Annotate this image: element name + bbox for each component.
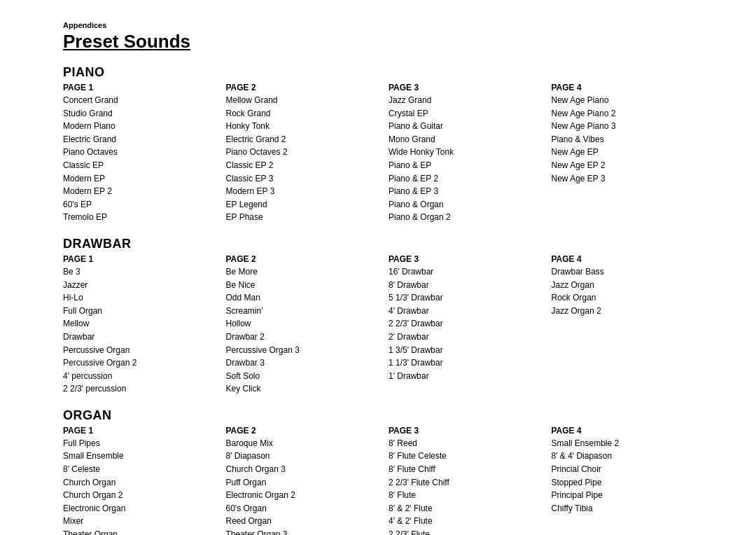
list-item: 60's Organ <box>226 502 382 515</box>
list-item: 5 1/3' Drawbar <box>388 291 545 305</box>
col-header-piano-2: PAGE 2 <box>226 83 382 92</box>
list-item: Be 3 <box>63 265 219 279</box>
list-item: Tremolo EP <box>63 211 219 224</box>
list-item: 2' Drawbar <box>388 331 545 344</box>
column-piano-4: PAGE 4New Age PianoNew Age Piano 2New Ag… <box>552 83 715 224</box>
column-organ-2: PAGE 2Baroque Mix8' DiapasonChurch Organ… <box>226 426 389 535</box>
list-item: Jazz Organ 2 <box>552 305 708 318</box>
list-item: 2 2/3' percussion <box>63 382 219 396</box>
col-header-drawbar-2: PAGE 2 <box>226 254 382 264</box>
list-item: Be More <box>226 265 382 279</box>
col-header-piano-3: PAGE 3 <box>388 83 545 92</box>
list-item: Electric Grand <box>63 133 219 146</box>
columns-piano: PAGE 1Concert GrandStudio GrandModern Pi… <box>63 83 714 224</box>
list-item: 8' Flute <box>388 489 545 502</box>
list-item: 8' & 4' Diapason <box>552 450 708 463</box>
list-item: Stopped Pipe <box>552 476 708 489</box>
col-header-organ-3: PAGE 3 <box>388 426 545 436</box>
list-item: Mellow <box>63 317 219 331</box>
list-item: Drawbar <box>63 331 219 344</box>
list-item: Small Ensemble <box>63 450 219 463</box>
list-item: EP Phase <box>226 211 382 224</box>
list-item: Rock Grand <box>226 107 382 120</box>
list-item: 8' Drawbar <box>388 279 545 292</box>
list-item: Classic EP <box>63 159 219 172</box>
col-header-piano-4: PAGE 4 <box>552 83 708 92</box>
list-item: Percussive Organ 2 <box>63 356 219 370</box>
columns-drawbar: PAGE 1Be 3JazzerHi-LoFull OrganMellowDra… <box>63 254 714 396</box>
breadcrumb: Appendices <box>63 21 714 29</box>
list-item: 4' percussion <box>63 370 219 383</box>
list-item: 16' Drawbar <box>388 265 545 279</box>
list-item: Classic EP 2 <box>226 159 382 172</box>
list-item: Theater Organ 3 <box>226 528 382 535</box>
list-item: 2 2/3' Drawbar <box>388 317 545 331</box>
list-item: Honky Tonk <box>226 120 382 133</box>
list-item: Piano & EP 2 <box>388 172 545 186</box>
list-item: 8' Flute Chiff <box>388 463 545 476</box>
list-item: Chiffy Tibia <box>552 502 708 515</box>
col-header-drawbar-4: PAGE 4 <box>552 254 708 264</box>
list-item: New Age EP 3 <box>552 172 708 186</box>
list-item: Rock Organ <box>552 291 708 305</box>
list-item: Baroque Mix <box>226 437 382 450</box>
list-item: 8' & 2' Flute <box>388 502 545 515</box>
list-item: 2 2/3' Flute <box>388 528 545 535</box>
list-item: EP Legend <box>226 198 382 211</box>
section-organ: ORGANPAGE 1Full PipesSmall Ensemble8' Ce… <box>63 408 714 535</box>
list-item: Jazz Organ <box>552 279 708 292</box>
column-piano-1: PAGE 1Concert GrandStudio GrandModern Pi… <box>63 83 226 224</box>
list-item: Electronic Organ <box>63 502 219 515</box>
list-item: Mixer <box>63 515 219 528</box>
list-item: Screamin' <box>226 305 382 318</box>
section-drawbar: DRAWBARPAGE 1Be 3JazzerHi-LoFull OrganMe… <box>63 237 714 396</box>
column-drawbar-4: PAGE 4Drawbar BassJazz OrganRock OrganJa… <box>552 254 715 396</box>
list-item: Church Organ 2 <box>63 489 219 502</box>
list-item: Puff Organ <box>226 476 382 489</box>
list-item: Hollow <box>226 317 382 331</box>
col-header-organ-4: PAGE 4 <box>552 426 708 436</box>
list-item: 8' Reed <box>388 437 545 450</box>
list-item: Piano & Guitar <box>388 120 545 133</box>
list-item: Hi-Lo <box>63 291 219 305</box>
list-item: Church Organ 3 <box>226 463 382 476</box>
list-item: 4' Drawbar <box>388 305 545 318</box>
list-item: Piano & Organ <box>388 198 545 211</box>
list-item: Piano & Organ 2 <box>388 211 545 224</box>
list-item: New Age EP <box>552 146 708 159</box>
column-drawbar-1: PAGE 1Be 3JazzerHi-LoFull OrganMellowDra… <box>63 254 226 396</box>
list-item: Theater Organ <box>63 528 219 535</box>
list-item: 8' Celeste <box>63 463 219 476</box>
list-item: Concert Grand <box>63 94 219 107</box>
list-item: New Age Piano 3 <box>552 120 708 133</box>
list-item: Be Nice <box>226 279 382 292</box>
section-title-drawbar: DRAWBAR <box>63 237 714 251</box>
section-title-piano: PIANO <box>63 65 714 80</box>
list-item: New Age Piano 2 <box>552 107 708 120</box>
list-item: 8' Diapason <box>226 450 382 463</box>
list-item: 4' & 2' Flute <box>388 515 545 528</box>
list-item: 60's EP <box>63 198 219 211</box>
list-item: Electric Grand 2 <box>226 133 382 146</box>
list-item: New Age EP 2 <box>552 159 708 172</box>
col-header-piano-1: PAGE 1 <box>63 83 219 92</box>
column-drawbar-3: PAGE 316' Drawbar8' Drawbar5 1/3' Drawba… <box>388 254 552 396</box>
list-item: Full Organ <box>63 305 219 318</box>
list-item: Jazz Grand <box>388 94 545 107</box>
col-header-drawbar-3: PAGE 3 <box>388 254 545 264</box>
list-item: Church Organ <box>63 476 219 489</box>
section-title-organ: ORGAN <box>63 408 714 423</box>
list-item: 1 3/5' Drawbar <box>388 344 545 357</box>
list-item: Reed Organ <box>226 515 382 528</box>
list-item: Small Ensemble 2 <box>552 437 708 450</box>
columns-organ: PAGE 1Full PipesSmall Ensemble8' Celeste… <box>63 426 714 535</box>
list-item: Jazzer <box>63 279 219 292</box>
col-header-organ-1: PAGE 1 <box>63 426 219 436</box>
list-item: Wide Honky Tonk <box>388 146 545 159</box>
column-organ-1: PAGE 1Full PipesSmall Ensemble8' Celeste… <box>63 426 226 535</box>
col-header-drawbar-1: PAGE 1 <box>63 254 219 264</box>
list-item: Piano & Vibes <box>552 133 708 146</box>
list-item: Percussive Organ 3 <box>226 344 382 357</box>
list-item: Key Click <box>226 382 382 396</box>
list-item: Classic EP 3 <box>226 172 382 186</box>
